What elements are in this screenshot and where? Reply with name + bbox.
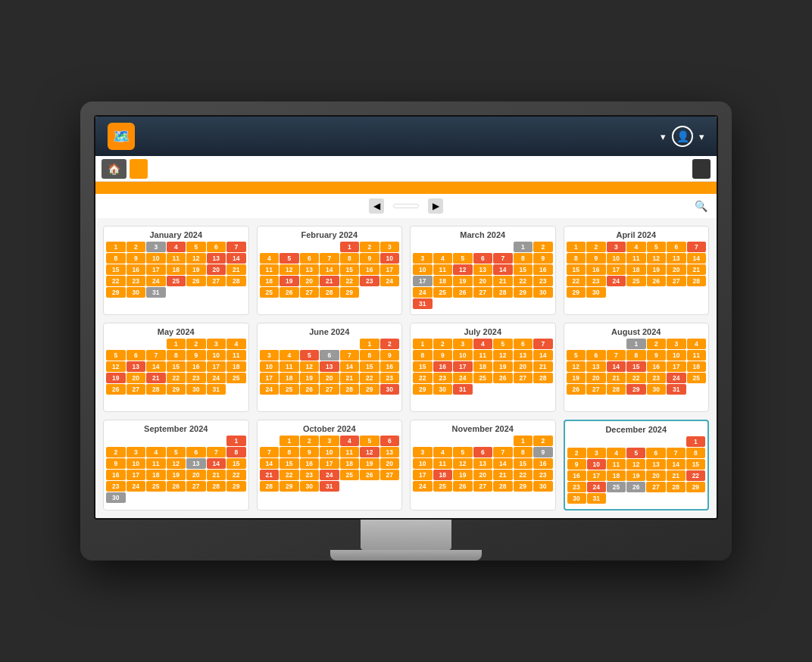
day-cell[interactable]: 16 [647,361,667,372]
day-cell[interactable]: 15 [686,459,705,470]
day-cell[interactable]: 14 [226,253,246,264]
day-cell[interactable]: 22 [340,276,360,286]
day-cell[interactable]: 13 [514,350,533,361]
day-cell[interactable]: 17 [413,276,433,286]
day-cell[interactable]: 3 [320,436,339,446]
day-cell[interactable]: 19 [567,373,586,383]
day-cell[interactable]: 8 [514,447,533,457]
day-cell[interactable]: 1 [626,339,646,349]
day-cell[interactable]: 23 [647,373,667,383]
mini-calendar-june-2024[interactable]: June 20241234567891011121314151617181920… [257,323,403,412]
day-cell[interactable]: 1 [106,242,126,252]
day-cell[interactable]: 22 [280,470,299,480]
day-cell[interactable]: 5 [186,242,206,252]
day-cell[interactable]: 9 [380,350,400,361]
day-cell[interactable]: 14 [493,458,513,469]
day-cell[interactable]: 18 [433,470,453,480]
day-cell[interactable]: 30 [106,492,126,503]
day-cell[interactable]: 23 [433,373,453,383]
day-cell[interactable]: 19 [647,264,667,275]
day-cell[interactable]: 3 [380,242,400,252]
day-cell[interactable]: 1 [514,436,533,446]
day-cell[interactable]: 26 [106,384,126,395]
day-cell[interactable]: 5 [280,253,299,264]
day-cell[interactable]: 9 [647,350,667,361]
day-cell[interactable]: 6 [514,339,533,349]
mini-calendar-march-2024[interactable]: March 2024123456789101112131415161718192… [410,226,556,315]
day-cell[interactable]: 29 [567,287,586,298]
day-cell[interactable]: 8 [167,350,186,361]
day-cell[interactable]: 15 [226,458,246,469]
mini-calendar-april-2024[interactable]: April 2024123456789101112131415161718192… [564,226,710,315]
day-cell[interactable]: 30 [380,384,400,395]
day-cell[interactable]: 16 [300,458,320,469]
day-cell[interactable]: 21 [533,361,553,372]
day-cell[interactable]: 22 [514,470,533,480]
day-cell[interactable]: 4 [433,253,453,264]
day-cell[interactable]: 26 [300,384,320,395]
day-cell[interactable]: 15 [106,264,126,275]
day-cell[interactable]: 1 [360,339,379,349]
day-cell[interactable]: 15 [280,458,299,469]
day-cell[interactable]: 15 [360,361,379,372]
day-cell[interactable]: 28 [340,384,360,395]
day-cell[interactable]: 13 [186,458,206,469]
day-cell[interactable]: 12 [280,264,299,275]
day-cell[interactable]: 29 [626,384,646,395]
day-cell[interactable]: 14 [260,458,280,469]
day-cell[interactable]: 21 [340,373,360,383]
day-cell[interactable]: 3 [207,339,226,349]
day-cell[interactable]: 6 [126,350,146,361]
day-cell[interactable]: 21 [207,470,226,480]
day-cell[interactable]: 29 [413,384,433,395]
day-cell[interactable]: 7 [340,350,360,361]
day-cell[interactable]: 13 [667,253,686,264]
day-cell[interactable]: 21 [226,264,246,275]
day-cell[interactable]: 29 [514,287,533,298]
day-cell[interactable]: 17 [587,470,606,481]
day-cell[interactable]: 29 [360,384,379,395]
day-cell[interactable]: 11 [473,350,493,361]
day-cell[interactable]: 13 [207,253,226,264]
day-cell[interactable]: 8 [106,253,126,264]
day-cell[interactable]: 23 [533,470,553,480]
day-cell[interactable]: 10 [207,350,226,361]
day-cell[interactable]: 25 [226,373,246,383]
day-cell[interactable]: 17 [320,458,339,469]
day-cell[interactable]: 10 [587,459,606,470]
day-cell[interactable]: 24 [587,482,606,492]
day-cell[interactable]: 9 [106,458,126,469]
day-cell[interactable]: 19 [360,458,379,469]
day-cell[interactable]: 2 [106,447,126,457]
day-cell[interactable]: 30 [647,384,667,395]
calendar-tab[interactable] [130,159,148,179]
day-cell[interactable]: 17 [607,264,626,275]
day-cell[interactable]: 16 [106,470,126,480]
day-cell[interactable]: 16 [586,264,606,275]
day-cell[interactable]: 18 [226,361,246,372]
day-cell[interactable]: 13 [380,447,400,457]
day-cell[interactable]: 11 [433,458,453,469]
day-cell[interactable]: 2 [433,339,453,349]
day-cell[interactable]: 23 [567,482,586,492]
day-cell[interactable]: 6 [667,242,686,252]
day-cell[interactable]: 27 [207,276,226,286]
day-cell[interactable]: 19 [106,373,126,383]
day-cell[interactable]: 29 [167,384,186,395]
day-cell[interactable]: 11 [260,264,280,275]
day-cell[interactable]: 26 [567,384,586,395]
day-cell[interactable]: 27 [586,384,606,395]
home-button[interactable]: 🏠 [102,159,126,179]
prev-year-button[interactable]: ◀ [369,198,384,214]
day-cell[interactable]: 26 [647,276,667,286]
day-cell[interactable]: 4 [687,339,707,349]
day-cell[interactable]: 29 [340,287,360,298]
day-cell[interactable]: 20 [380,458,400,469]
day-cell[interactable]: 26 [453,287,473,298]
day-cell[interactable]: 19 [167,470,186,480]
day-cell[interactable]: 18 [473,361,493,372]
day-cell[interactable]: 11 [280,361,299,372]
day-cell[interactable]: 29 [280,481,299,492]
day-cell[interactable]: 27 [300,287,320,298]
day-cell[interactable]: 18 [433,276,453,286]
